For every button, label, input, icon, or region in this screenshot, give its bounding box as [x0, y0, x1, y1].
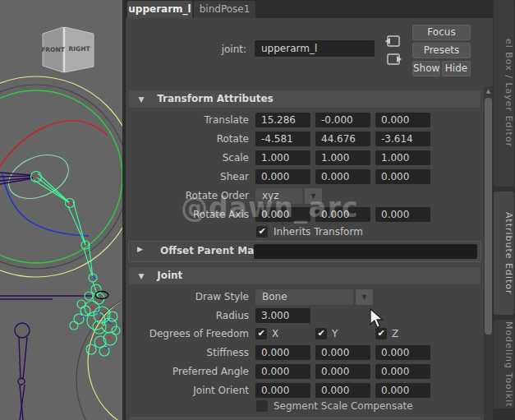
shear-label: Shear — [126, 169, 249, 185]
stiffness-y-field[interactable]: 0.000 — [315, 345, 370, 360]
rotate-row: Rotate -4.581 44.676 -3.614 — [126, 132, 481, 147]
hide-button[interactable]: Hide — [442, 61, 471, 76]
radius-row: Radius 3.000 — [126, 308, 481, 324]
stiffness-z-field[interactable]: 0.000 — [375, 345, 430, 360]
radius-label: Radius — [126, 308, 249, 324]
scale-x-field[interactable]: 1.000 — [255, 150, 310, 165]
scale-z-field[interactable]: 1.000 — [375, 150, 430, 165]
viewcube-right-label: RIGHT — [68, 45, 90, 53]
translate-x-field[interactable]: 15.286 — [255, 113, 310, 127]
preferred-angle-row: Preferred Angle 0.000 0.000 0.000 — [126, 364, 481, 380]
viewcube[interactable]: FRONT RIGHT — [41, 27, 94, 72]
show-button[interactable]: Show — [412, 61, 440, 76]
translate-row: Translate 15.286 -0.000 0.000 — [126, 113, 481, 128]
joint-name-label: joint: — [175, 42, 246, 57]
draw-style-label: Draw Style — [126, 289, 249, 305]
mouse-cursor — [370, 308, 384, 330]
joint-orient-row: Joint Orient 0.000 0.000 0.000 — [126, 383, 481, 399]
rotate-label: Rotate — [126, 132, 249, 147]
maya-window: FRONT RIGHT upperarm_l bindPose1 joint: … — [0, 0, 515, 420]
dof-x-checkbox[interactable] — [255, 328, 267, 339]
viewcube-front-label: FRONT — [41, 46, 66, 53]
scrollbar-thumb[interactable] — [485, 98, 492, 335]
right-dock-tab-strip: el Box / Layer Editor Attribute Editor M… — [493, 0, 515, 420]
shear-x-field[interactable]: 0.000 — [255, 169, 310, 184]
transform-attributes-header[interactable]: ▼ Transform Attributes — [129, 90, 481, 108]
rotate-x-field[interactable]: -4.581 — [255, 132, 310, 146]
tab-upperarm-l[interactable]: upperarm_l — [127, 1, 192, 18]
joint-section-title: Joint — [157, 270, 182, 281]
presets-button[interactable]: Presets — [412, 43, 471, 58]
collapse-arrow-icon: ▼ — [129, 268, 154, 285]
dof-z-label: Z — [392, 327, 398, 340]
dof-y-checkbox[interactable] — [315, 328, 327, 339]
segment-scale-compensate-checkbox[interactable] — [256, 400, 268, 412]
select-node-icon[interactable] — [384, 34, 402, 48]
rotate-axis-z-field[interactable]: 0.000 — [375, 207, 430, 222]
tab-attribute-editor[interactable]: Attribute Editor — [494, 192, 514, 315]
joint-orient-x-field[interactable]: 0.000 — [255, 383, 310, 398]
skeleton-selected-joint-chain[interactable] — [31, 172, 121, 357]
manipulator-red-ring[interactable] — [0, 121, 108, 166]
dof-x-label: X — [272, 327, 278, 340]
node-tab-bar: upperarm_l bindPose1 — [126, 0, 493, 18]
scale-y-field[interactable]: 1.000 — [315, 150, 370, 165]
tab-channel-box-layer-editor[interactable]: el Box / Layer Editor — [494, 0, 514, 187]
joint-name-field[interactable]: upperarm_l — [255, 40, 375, 57]
draw-style-row: Draw Style Bone ▼ — [126, 289, 481, 305]
joint-orient-y-field[interactable]: 0.000 — [315, 383, 370, 398]
radius-field[interactable]: 3.000 — [255, 308, 310, 323]
preferred-angle-y-field[interactable]: 0.000 — [315, 364, 370, 379]
shear-row: Shear 0.000 0.000 0.000 — [126, 169, 481, 185]
copy-tab-icon[interactable] — [384, 52, 402, 67]
translate-y-field[interactable]: -0.000 — [315, 113, 370, 127]
draw-style-dropdown-icon[interactable]: ▼ — [356, 289, 373, 305]
joint-section-header[interactable]: ▼ Joint — [129, 267, 481, 284]
offset-parent-matrix-field[interactable] — [254, 244, 477, 259]
scrollbar-up-icon[interactable]: ▲ — [484, 86, 493, 97]
inherits-transform-checkbox[interactable] — [256, 226, 268, 238]
watermark: @dawn_arc — [181, 192, 358, 224]
preferred-angle-z-field[interactable]: 0.000 — [375, 364, 430, 379]
scale-label: Scale — [126, 150, 249, 166]
dof-z-checkbox[interactable] — [375, 328, 387, 339]
tab-modeling-toolkit[interactable]: Modeling Toolkit — [494, 320, 514, 408]
collapse-arrow-icon: ▼ — [129, 91, 154, 108]
offset-parent-matrix-section[interactable]: ▶ Offset Parent Matrix — [128, 241, 481, 262]
joint-orient-label: Joint Orient — [126, 383, 249, 399]
focus-button[interactable]: Focus — [412, 25, 471, 40]
panel-scrollbar[interactable]: ▲ — [484, 86, 493, 420]
stiffness-x-field[interactable]: 0.000 — [255, 345, 310, 360]
tab-bindpose1[interactable]: bindPose1 — [194, 1, 255, 18]
stiffness-row: Stiffness 0.000 0.000 0.000 — [126, 345, 481, 361]
segment-scale-compensate-label: Segment Scale Compensate — [274, 399, 413, 413]
skeleton-unselected[interactable] — [0, 173, 93, 420]
degrees-of-freedom-label: Degrees of Freedom — [126, 327, 249, 343]
inherits-transform-label: Inherits Transform — [274, 225, 363, 238]
translate-label: Translate — [126, 113, 249, 128]
joint-orient-z-field[interactable]: 0.000 — [375, 383, 430, 398]
manipulator-blue-ring[interactable] — [2, 174, 89, 236]
draw-style-select[interactable]: Bone — [255, 289, 353, 305]
shear-y-field[interactable]: 0.000 — [315, 169, 370, 184]
scale-row: Scale 1.000 1.000 1.000 — [126, 150, 481, 166]
stiffness-label: Stiffness — [126, 345, 249, 361]
transform-attributes-title: Transform Attributes — [157, 93, 274, 104]
degrees-of-freedom-row: Degrees of Freedom X Y Z — [126, 327, 481, 340]
preferred-angle-label: Preferred Angle — [126, 364, 249, 380]
translate-z-field[interactable]: 0.000 — [375, 113, 430, 127]
rotate-y-field[interactable]: 44.676 — [315, 132, 370, 146]
rotate-z-field[interactable]: -3.614 — [375, 132, 430, 146]
next-section-header-partial[interactable] — [129, 417, 481, 420]
viewport-canvas[interactable]: FRONT RIGHT — [0, 0, 122, 420]
expand-arrow-icon: ▶ — [137, 245, 143, 253]
viewport-panel[interactable]: FRONT RIGHT — [0, 0, 122, 420]
shear-z-field[interactable]: 0.000 — [375, 169, 430, 184]
dof-y-label: Y — [332, 327, 338, 340]
preferred-angle-x-field[interactable]: 0.000 — [255, 364, 310, 379]
